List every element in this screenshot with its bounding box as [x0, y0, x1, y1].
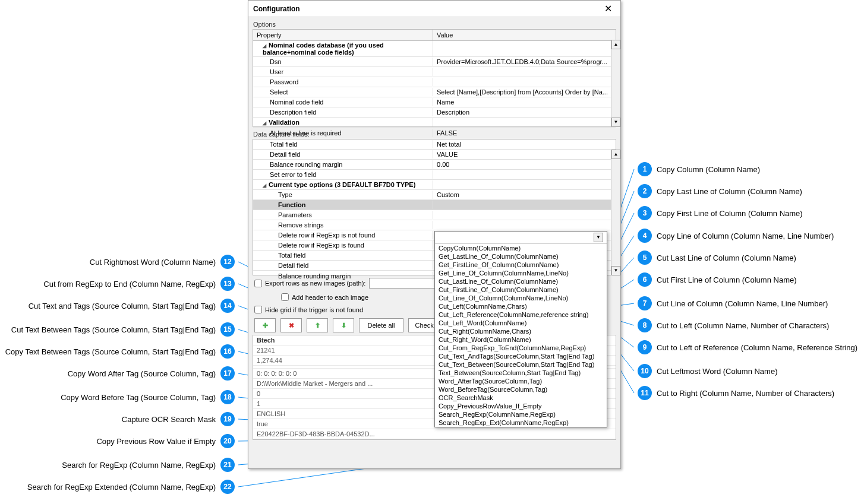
grid-row[interactable]: Nominal code fieldName	[253, 97, 616, 107]
callout-label: Capture OCR Search Mask	[122, 415, 216, 424]
close-icon[interactable]: ✕	[601, 2, 616, 15]
grid-row[interactable]: Password	[253, 77, 616, 87]
group-validation[interactable]: Validation	[253, 118, 616, 128]
dropdown-item[interactable]: Cut_Right_Word(ColumnName)	[435, 335, 607, 344]
dropdown-item[interactable]: Cut_Text_AndTags(SourceColumn,Start Tag|…	[435, 352, 607, 360]
callout-label: Copy Column (Column Name)	[657, 165, 760, 174]
scrollbar[interactable]: ▲ ▼	[611, 40, 620, 127]
callout: 5Cut Last Line of Column (Column Name)	[633, 251, 796, 265]
hide-grid-checkbox[interactable]	[254, 306, 262, 313]
dropdown-item[interactable]: Get_FirstLine_Of_Column(ColumnName)	[435, 261, 607, 269]
delete-button[interactable]: ✖	[280, 318, 302, 332]
callout-number: 7	[638, 296, 652, 310]
grid-row[interactable]: At least a line is requiredFALSE	[253, 128, 616, 138]
dropdown-item[interactable]: Cut_Line_Of_Column(ColumnName,LineNo)	[435, 294, 607, 302]
grid-row[interactable]: DsnProvider=Microsoft.JET.OLEDB.4.0;Data…	[253, 57, 616, 67]
dropdown-item[interactable]: Word_BeforeTag(SourceColumn,Tag)	[435, 385, 607, 394]
callout-number: 1	[638, 162, 652, 176]
callout-label: Cut Rightmost Word (Column Name)	[90, 258, 216, 267]
scroll-up-icon[interactable]: ▲	[611, 40, 620, 49]
plus-icon: ✚	[263, 322, 268, 329]
callout: 2Copy Last Line of Column (Column Name)	[633, 184, 802, 198]
callout: 9Cut to Left of Reference (Column Name, …	[633, 340, 857, 354]
scrollbar[interactable]: ▲ ▼	[611, 150, 620, 275]
delete-all-button[interactable]: Delete all	[359, 318, 403, 332]
dropdown-item[interactable]: OCR_SearchMask	[435, 394, 607, 402]
callout: 8Cut to Left (Column Name, Number of Cha…	[633, 318, 829, 332]
callout: 15Cut Text Between Tags (Source Column, …	[11, 322, 239, 337]
callout-number: 19	[220, 412, 235, 426]
callout-label: Cut to Right (Column Name, Number of Cha…	[657, 389, 834, 398]
callout: 7Cut Line of Column (Column Name, Line N…	[633, 296, 828, 310]
grid-row[interactable]: Remove strings	[253, 220, 616, 230]
callout-label: Cut Line of Column (Column Name, Line Nu…	[657, 299, 828, 308]
grid-row[interactable]: TypeCustom	[253, 190, 616, 200]
group-nominal[interactable]: Nominal codes database (if you used bala…	[253, 41, 616, 57]
scroll-down-icon[interactable]: ▼	[611, 118, 620, 127]
group-current-type[interactable]: Current type options (3 DEFAULT BF7D0 TY…	[253, 180, 616, 190]
add-header-checkbox[interactable]	[281, 293, 289, 301]
dropdown-current[interactable]: ▼	[435, 232, 607, 244]
callout: 14Cut Text and Tags (Source Column, Star…	[29, 299, 239, 313]
dropdown-item[interactable]: Search_RegExp(ColumnName,RegExp)	[435, 410, 607, 419]
callout: 12Cut Rightmost Word (Column Name)	[90, 255, 239, 269]
callout-label: Cut to Left of Reference (Column Name, R…	[657, 343, 857, 352]
callout-label: Cut Text Between Tags (Source Column, St…	[11, 325, 216, 334]
add-button[interactable]: ✚	[254, 318, 276, 332]
dropdown-item[interactable]: CopyColumn(ColumnName)	[435, 244, 607, 252]
move-up-button[interactable]: ⬆	[307, 318, 328, 332]
function-dropdown[interactable]: ▼ CopyColumn(ColumnName)Get_LastLine_Of_…	[434, 231, 607, 427]
callout-number: 2	[638, 184, 652, 198]
dropdown-item[interactable]: Word_AfterTag(SourceColumn,Tag)	[435, 377, 607, 385]
callout-number: 17	[220, 366, 235, 381]
chevron-down-icon[interactable]: ▼	[594, 233, 603, 242]
dropdown-item[interactable]: Cut_LastLine_Of_Column(ColumnName)	[435, 277, 607, 286]
callout-number: 9	[638, 340, 652, 354]
callout-label: Search for RegExp Extended (Column Name,…	[27, 483, 216, 492]
callout: 21Search for RegExp (Column Name, RegExp…	[62, 458, 239, 472]
grid-row[interactable]: Description fieldDescription	[253, 107, 616, 118]
callout-number: 21	[220, 458, 235, 472]
dropdown-item[interactable]: Copy_PreviousRowValue_If_Empty	[435, 402, 607, 410]
dropdown-item[interactable]: Search_RegExp_Ext(ColumnName,RegExp)	[435, 419, 607, 427]
grid-row[interactable]: Parameters	[253, 210, 616, 220]
callout: 3Copy First Line of Column (Column Name)	[633, 206, 803, 220]
grid-row[interactable]: Function	[253, 200, 616, 210]
dropdown-item[interactable]: Cut_Text_Between(SourceColumn,Start Tag|…	[435, 360, 607, 369]
callout-number: 18	[220, 390, 235, 404]
scroll-down-icon[interactable]: ▼	[611, 266, 620, 275]
callout: 16Copy Text Between Tags (Source Column,…	[5, 344, 239, 359]
dropdown-item[interactable]: Cut_From_RegExp_ToEnd(ColumnName,RegExp)	[435, 344, 607, 352]
list-item[interactable]: E20422BF-DF3D-483B-BBDA-04532D...	[253, 429, 616, 439]
callout: 20Copy Previous Row Value if Empty	[96, 434, 239, 448]
dropdown-item[interactable]: Cut_Left_Reference(ColumnName,reference …	[435, 310, 607, 319]
callout-number: 20	[220, 434, 235, 448]
grid-row[interactable]: Balance rounding margin0.00	[253, 160, 616, 170]
grid-row[interactable]: Total fieldNet total	[253, 140, 616, 150]
callout: 18Copy Word Before Tag (Source Column, T…	[61, 390, 239, 404]
scroll-up-icon[interactable]: ▲	[611, 150, 620, 159]
grid-row[interactable]: SelectSelect [Name],[Description] from […	[253, 87, 616, 97]
callout-label: Copy Last Line of Column (Column Name)	[657, 187, 802, 196]
dropdown-item[interactable]: Get_LastLine_Of_Column(ColumnName)	[435, 252, 607, 261]
col-value: Value	[433, 30, 616, 40]
options-grid: Property Value Nominal codes database (i…	[253, 29, 616, 127]
callout-label: Copy Previous Row Value if Empty	[96, 437, 216, 446]
x-icon: ✖	[289, 322, 294, 329]
dropdown-item[interactable]: Cut_Left(ColumnName,Chars)	[435, 302, 607, 310]
grid-row[interactable]: User	[253, 67, 616, 77]
dropdown-item[interactable]: Text_Between(SourceColumn,Start Tag|End …	[435, 369, 607, 377]
dropdown-item[interactable]: Cut_Left_Word(ColumnName)	[435, 319, 607, 327]
callout-number: 4	[638, 229, 652, 243]
dropdown-item[interactable]: Cut_FirstLine_Of_Column(ColumnName)	[435, 286, 607, 294]
titlebar: Configuration ✕	[248, 1, 620, 17]
dropdown-item[interactable]: Cut_Right(ColumnName,Chars)	[435, 327, 607, 335]
grid-row[interactable]: Set error to field	[253, 170, 616, 180]
dropdown-item[interactable]: Get_Line_Of_Column(ColumnName,LineNo)	[435, 269, 607, 277]
callout-label: Cut First Line of Column (Column Name)	[657, 275, 797, 284]
callout-label: Copy Text Between Tags (Source Column, S…	[5, 347, 216, 356]
callout-number: 5	[638, 251, 652, 265]
move-down-button[interactable]: ⬇	[333, 318, 354, 332]
grid-row[interactable]: Detail fieldVALUE	[253, 150, 616, 160]
callout-label: Copy Word After Tag (Source Column, Tag)	[68, 369, 216, 378]
